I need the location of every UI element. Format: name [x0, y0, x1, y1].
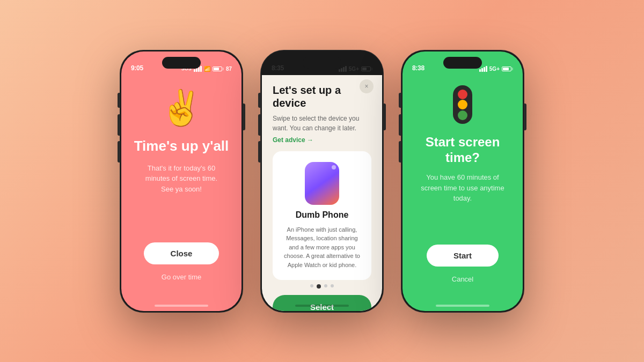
- select-button[interactable]: Select: [273, 295, 371, 311]
- volume-down-button: [118, 141, 120, 162]
- battery-fill-3: [503, 68, 509, 70]
- mute-button-3: [399, 93, 401, 108]
- power-button-2: [384, 104, 386, 130]
- traffic-light-red: [458, 90, 467, 99]
- phone-2-screen: 8:35 5G+: [262, 51, 382, 311]
- volume-down-button-3: [399, 141, 401, 162]
- advice-link[interactable]: Get advice →: [273, 136, 371, 144]
- traffic-light-yellow: [458, 100, 467, 109]
- home-bar-3: [436, 305, 489, 307]
- phone-2-wrapper: 8:35 5G+: [260, 50, 384, 313]
- volume-up-button-2: [258, 114, 260, 136]
- phone-3-subtitle: You have 60 minutes of screen time to us…: [420, 172, 506, 204]
- home-bar-1: [155, 305, 208, 307]
- phone-3-content: Start screen time? You have 60 minutes o…: [402, 51, 523, 311]
- start-button[interactable]: Start: [427, 245, 499, 267]
- network-label-3: 5G+: [489, 66, 500, 72]
- traffic-light-icon: [453, 85, 472, 124]
- dot-4: [331, 284, 334, 287]
- phone-3-title: Start screen time?: [413, 135, 512, 166]
- battery-body-2: [361, 67, 371, 71]
- battery-body-3: [502, 67, 511, 71]
- phone-2-title: Let's set up a device: [273, 84, 371, 109]
- volume-up-button-3: [399, 114, 401, 136]
- phone-3-screen: 8:38 5G+: [402, 51, 523, 311]
- status-icons-3: 5G+: [479, 66, 513, 72]
- device-icon: [305, 162, 339, 205]
- phone-3: 8:38 5G+: [401, 50, 524, 313]
- phone-1: 9:05 SOS 📶: [120, 50, 243, 313]
- status-time-1: 9:05: [131, 64, 143, 72]
- battery-fill-2: [362, 68, 367, 70]
- dot-2: [317, 284, 321, 289]
- mute-button: [118, 93, 120, 108]
- status-time-3: 8:38: [412, 64, 425, 72]
- volume-down-button-2: [258, 141, 260, 162]
- battery-cap-3: [512, 68, 513, 70]
- wifi-icon: 📶: [204, 66, 210, 72]
- cancel-button[interactable]: Cancel: [452, 275, 473, 283]
- modal-close-button[interactable]: ×: [360, 79, 374, 93]
- dot-3: [324, 284, 327, 287]
- device-name: Dumb Phone: [296, 210, 349, 220]
- dynamic-island-2: [303, 57, 341, 69]
- battery-cap-1: [223, 68, 224, 70]
- phone-3-wrapper: 8:38 5G+: [401, 50, 524, 313]
- phone-1-wrapper: 9:05 SOS 📶: [120, 50, 243, 313]
- pagination-dots: [273, 284, 371, 289]
- power-button: [243, 104, 245, 130]
- mute-button-2: [258, 93, 260, 108]
- battery-fill-1: [214, 68, 219, 70]
- battery-icon-2: [361, 67, 372, 71]
- advice-text: Get advice →: [273, 136, 313, 144]
- close-button[interactable]: Close: [144, 242, 219, 264]
- battery-icon-3: [502, 67, 513, 71]
- home-bar-2: [295, 305, 349, 307]
- go-over-time-button[interactable]: Go over time: [162, 273, 201, 281]
- victory-emoji: ✌️: [160, 91, 203, 125]
- device-card: Dumb Phone An iPhone with just calling, …: [273, 151, 371, 280]
- status-icons-2: 5G+: [339, 66, 372, 72]
- battery-percent-1: 87: [226, 66, 232, 72]
- phone-1-subtitle: That's it for today's 60 minutes of scre…: [138, 163, 224, 195]
- tag-hole: [332, 165, 336, 169]
- phone-2-content: Let's set up a device Swipe to select th…: [262, 75, 382, 311]
- volume-up-button: [118, 114, 120, 136]
- device-description: An iPhone with just calling, Messages, l…: [281, 225, 363, 270]
- traffic-light-green-light: [458, 110, 467, 120]
- dynamic-island-1: [162, 57, 201, 69]
- phone-1-title: Time's up y'all: [134, 138, 229, 154]
- phone-2: 8:35 5G+: [260, 50, 384, 313]
- battery-body-1: [213, 67, 222, 71]
- power-button-3: [524, 104, 526, 130]
- phone-2-subtitle: Swipe to select the device you want. You…: [273, 114, 371, 133]
- dot-1: [310, 284, 313, 287]
- signal-icon-3: [479, 66, 487, 72]
- battery-icon-1: [213, 67, 224, 71]
- battery-cap-2: [371, 68, 372, 70]
- phone-1-content: ✌️ Time's up y'all That's it for today's…: [121, 51, 241, 311]
- phone-1-screen: 9:05 SOS 📶: [121, 51, 241, 311]
- status-time-2: 8:35: [272, 64, 284, 72]
- network-label-2: 5G+: [349, 66, 359, 72]
- signal-icon-2: [339, 66, 347, 72]
- dynamic-island-3: [443, 57, 482, 69]
